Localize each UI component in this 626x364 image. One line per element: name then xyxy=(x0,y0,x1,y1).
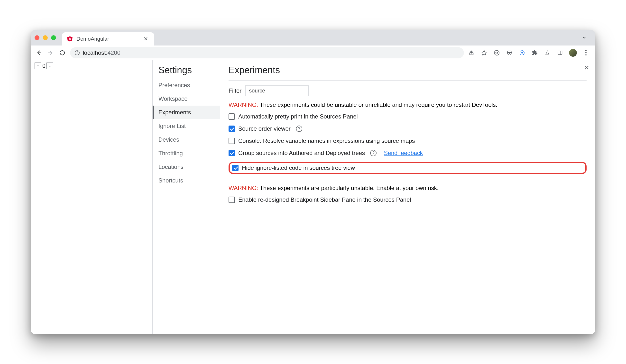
experiment-hide-ignore-listed[interactable]: Hide ignore-listed code in sources tree … xyxy=(232,164,355,171)
browser-menu-icon[interactable] xyxy=(582,49,589,56)
sidebar-item-experiments[interactable]: Experiments xyxy=(153,106,220,119)
browser-window: DemoAngular ✕ ＋ localhost:4200 xyxy=(31,30,595,334)
reload-button[interactable] xyxy=(58,49,66,57)
sidebar-item-preferences[interactable]: Preferences xyxy=(153,78,220,92)
counter-widget: + 0 - xyxy=(35,63,149,69)
svg-point-10 xyxy=(508,53,509,55)
experiment-group-sources[interactable]: Group sources into Authored and Deployed… xyxy=(229,150,587,156)
checkbox-breakpoint-sidebar[interactable] xyxy=(229,197,235,203)
svg-point-7 xyxy=(494,50,499,55)
sidebar-item-workspace[interactable]: Workspace xyxy=(153,92,220,106)
counter-value: 0 xyxy=(42,63,45,69)
window-close-button[interactable] xyxy=(35,35,39,40)
svg-point-14 xyxy=(521,52,523,54)
checkbox-hide-ignore-listed[interactable] xyxy=(232,165,238,171)
extensions-puzzle-icon[interactable] xyxy=(531,49,538,56)
svg-point-4 xyxy=(77,51,78,52)
sidebar-item-devices[interactable]: Devices xyxy=(153,133,220,146)
url-text: localhost:4200 xyxy=(83,49,120,56)
incognito-icon[interactable] xyxy=(506,49,513,56)
new-tab-button[interactable]: ＋ xyxy=(159,33,169,42)
experiment-label: Console: Resolve variable names in expre… xyxy=(238,138,415,144)
labs-flask-icon[interactable] xyxy=(544,49,551,56)
filter-input[interactable] xyxy=(245,85,309,96)
checkbox-group-sources[interactable] xyxy=(229,150,235,156)
experiment-label: Automatically pretty print in the Source… xyxy=(238,113,358,120)
highlighted-experiment: Hide ignore-listed code in sources tree … xyxy=(229,162,587,174)
page-viewport: + 0 - xyxy=(31,60,152,334)
bookmark-star-icon[interactable] xyxy=(480,49,488,56)
svg-point-9 xyxy=(498,52,498,53)
checkbox-pretty-print[interactable] xyxy=(229,113,235,120)
window-maximize-button[interactable] xyxy=(51,35,56,40)
checkbox-source-order[interactable] xyxy=(229,126,235,132)
experiment-breakpoint-sidebar[interactable]: Enable re-designed Breakpoint Sidebar Pa… xyxy=(229,196,587,203)
profile-avatar[interactable] xyxy=(569,49,577,57)
checkbox-console-sourcemaps[interactable] xyxy=(229,138,235,144)
panel-title: Experiments xyxy=(229,65,587,80)
filter-label: Filter xyxy=(229,87,241,94)
back-button[interactable] xyxy=(35,49,43,57)
settings-heading: Settings xyxy=(153,65,220,78)
toolbar: localhost:4200 xyxy=(31,45,595,60)
sidebar-item-throttling[interactable]: Throttling xyxy=(153,146,220,160)
warning-particularly-unstable: WARNING: These experiments are particula… xyxy=(229,185,587,191)
content-area: + 0 - Settings Preferences Workspace Exp… xyxy=(31,60,595,334)
side-panel-icon[interactable] xyxy=(556,49,564,56)
experiment-label: Hide ignore-listed code in sources tree … xyxy=(242,164,355,171)
sidebar-item-shortcuts[interactable]: Shortcuts xyxy=(153,174,220,187)
sidebar-item-ignore-list[interactable]: Ignore List xyxy=(153,119,220,133)
site-info-icon[interactable] xyxy=(75,50,80,55)
increment-button[interactable]: + xyxy=(35,63,41,69)
svg-point-8 xyxy=(496,52,496,53)
devtools-settings: Settings Preferences Workspace Experimen… xyxy=(152,60,595,334)
share-icon[interactable] xyxy=(468,49,475,56)
experiment-pretty-print[interactable]: Automatically pretty print in the Source… xyxy=(229,113,587,120)
extension-e-icon[interactable] xyxy=(518,49,526,56)
tab-close-button[interactable]: ✕ xyxy=(142,36,150,42)
window-minimize-button[interactable] xyxy=(43,35,48,40)
svg-rect-15 xyxy=(558,51,562,55)
toolbar-right xyxy=(468,49,591,57)
sidebar-item-locations[interactable]: Locations xyxy=(153,160,220,174)
experiment-console-sourcemaps[interactable]: Console: Resolve variable names in expre… xyxy=(229,138,587,144)
traffic-lights xyxy=(35,35,56,40)
address-bar[interactable]: localhost:4200 xyxy=(70,47,464,58)
angular-icon xyxy=(67,36,73,42)
settings-sidebar: Settings Preferences Workspace Experimen… xyxy=(153,60,220,334)
forward-button[interactable] xyxy=(47,49,54,57)
close-settings-button[interactable]: ✕ xyxy=(584,64,589,72)
tab-bar: DemoAngular ✕ ＋ xyxy=(31,30,595,45)
help-icon[interactable]: ? xyxy=(296,126,302,132)
tab-title: DemoAngular xyxy=(77,36,139,42)
svg-marker-6 xyxy=(482,50,487,55)
browser-tab[interactable]: DemoAngular ✕ xyxy=(62,32,154,45)
experiment-label: Enable re-designed Breakpoint Sidebar Pa… xyxy=(238,196,411,203)
filter-row: Filter xyxy=(229,85,587,96)
help-icon[interactable]: ? xyxy=(370,150,377,156)
svg-point-11 xyxy=(510,53,511,55)
experiment-label: Source order viewer xyxy=(238,125,291,132)
tab-list-chevron-icon[interactable] xyxy=(577,35,591,40)
experiments-list: Automatically pretty print in the Source… xyxy=(229,113,587,174)
decrement-button[interactable]: - xyxy=(46,63,53,69)
extension-face-icon[interactable] xyxy=(493,49,500,56)
send-feedback-link[interactable]: Send feedback xyxy=(384,150,423,156)
experiment-source-order-viewer[interactable]: Source order viewer ? xyxy=(229,125,587,132)
experiments-list-unstable: Enable re-designed Breakpoint Sidebar Pa… xyxy=(229,196,587,203)
settings-main-panel: ✕ Experiments Filter WARNING: These expe… xyxy=(220,60,595,334)
experiment-label: Group sources into Authored and Deployed… xyxy=(238,150,365,156)
warning-unstable: WARNING: These experiments could be unst… xyxy=(229,102,587,108)
